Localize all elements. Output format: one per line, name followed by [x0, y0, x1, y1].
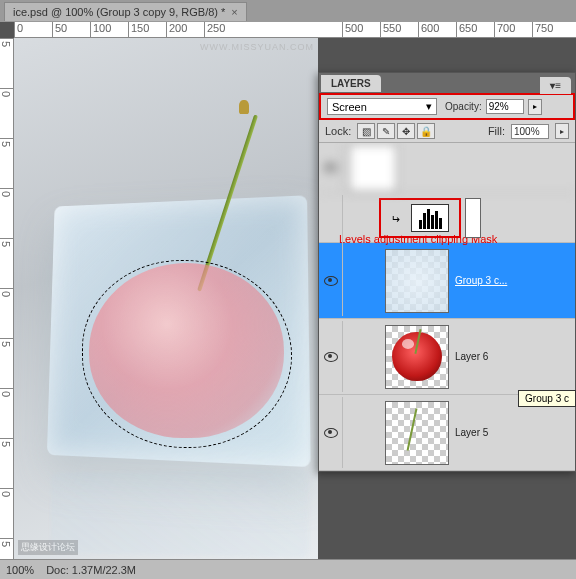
layer-mask-thumbnail[interactable]: [465, 198, 481, 238]
layer-name[interactable]: Layer 5: [455, 427, 488, 438]
fill-input[interactable]: 100%: [511, 124, 549, 139]
visibility-eye-icon[interactable]: [324, 163, 338, 173]
document-title: ice.psd @ 100% (Group 3 copy 9, RGB/8) *: [13, 6, 225, 18]
watermark-text: 思缘设计论坛: [18, 540, 78, 555]
opacity-label: Opacity:: [445, 101, 482, 112]
lock-icons-group: ▧ ✎ ✥ 🔒: [357, 123, 435, 139]
vertical-ruler[interactable]: 5 0 5 0 5 0 5 0 5 0 5: [0, 38, 14, 559]
visibility-eye-icon[interactable]: [324, 352, 338, 362]
chevron-down-icon: ▾: [426, 100, 432, 113]
doc-size: Doc: 1.37M/22.3M: [46, 564, 136, 576]
cherry-stem-tip: [239, 100, 249, 114]
clipping-mask-icon: [391, 213, 401, 223]
layers-panel: LAYERS ▾≡ Screen ▾ Opacity: 92% ▸ Lock: …: [318, 72, 576, 472]
fill-label: Fill:: [488, 125, 505, 137]
layer-name[interactable]: Group 3 c...: [455, 275, 507, 286]
layer-name-tooltip: Group 3 c: [518, 390, 576, 407]
close-icon[interactable]: ×: [231, 6, 237, 18]
watermark-url: WWW.MISSYUAN.COM: [200, 42, 314, 52]
layer-thumbnail[interactable]: [385, 249, 449, 313]
document-tab[interactable]: ice.psd @ 100% (Group 3 copy 9, RGB/8) *…: [4, 2, 247, 21]
status-bar: 100% Doc: 1.37M/22.3M: [0, 559, 576, 579]
fill-flyout-icon[interactable]: ▸: [555, 123, 569, 139]
visibility-eye-icon[interactable]: [324, 428, 338, 438]
lock-fill-row: Lock: ▧ ✎ ✥ 🔒 Fill: 100% ▸: [319, 120, 575, 143]
blend-mode-select[interactable]: Screen ▾: [327, 98, 437, 115]
blend-opacity-row: Screen ▾ Opacity: 92% ▸: [319, 93, 575, 120]
layers-list: Levels adjustment clipping Mask Group 3 …: [319, 143, 575, 471]
levels-adjustment-icon[interactable]: [411, 204, 449, 232]
lock-transparency-icon[interactable]: ▧: [357, 123, 375, 139]
marquee-selection[interactable]: [82, 260, 292, 448]
opacity-input[interactable]: 92%: [486, 99, 524, 114]
panel-header: LAYERS ▾≡: [319, 73, 575, 93]
layer-thumbnail[interactable]: [349, 144, 397, 192]
zoom-level[interactable]: 100%: [6, 564, 34, 576]
blend-mode-value: Screen: [332, 101, 367, 113]
layer-row-blurred[interactable]: [319, 143, 575, 193]
horizontal-ruler[interactable]: 0 50 100 150 200 250 500 550 600 650 700…: [14, 22, 576, 38]
lock-label: Lock:: [325, 125, 351, 137]
layer-name[interactable]: Layer 6: [455, 351, 488, 362]
lock-all-icon[interactable]: 🔒: [417, 123, 435, 139]
opacity-flyout-icon[interactable]: ▸: [528, 99, 542, 115]
document-tab-bar: ice.psd @ 100% (Group 3 copy 9, RGB/8) *…: [0, 0, 576, 22]
panel-title[interactable]: LAYERS: [321, 75, 381, 92]
lock-brush-icon[interactable]: ✎: [377, 123, 395, 139]
layer-row[interactable]: Layer 6: [319, 319, 575, 395]
visibility-eye-icon[interactable]: [324, 276, 338, 286]
canvas[interactable]: WWW.MISSYUAN.COM 思缘设计论坛: [14, 38, 318, 559]
layer-row-selected[interactable]: Group 3 c...: [319, 243, 575, 319]
lock-move-icon[interactable]: ✥: [397, 123, 415, 139]
layer-thumbnail[interactable]: [385, 401, 449, 465]
ice-reflection: [51, 469, 309, 557]
panel-menu-icon[interactable]: ▾≡: [540, 77, 571, 94]
layer-thumbnail[interactable]: [385, 325, 449, 389]
